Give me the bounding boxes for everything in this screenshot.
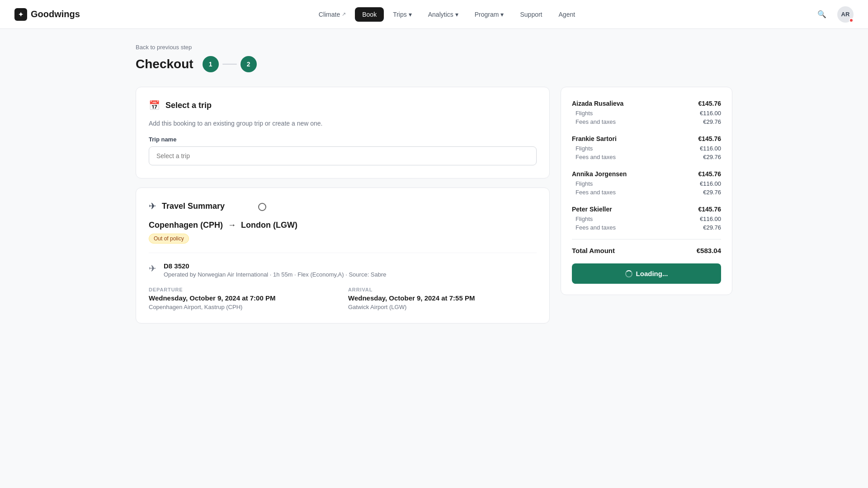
sidebar-card: Aizada Rusalieva €145.76 Flights €116.00… (561, 87, 732, 295)
checkout-button-label: Loading... (636, 270, 668, 277)
flight-meta: Operated by Norwegian Air International … (164, 271, 387, 278)
cost-label-taxes: Fees and taxes (576, 224, 616, 231)
passenger-group-1: Frankie Sartori €145.76 Flights €116.00 … (572, 133, 721, 161)
departure-label: DEPARTURE (149, 287, 337, 292)
travel-summary-section: ✈ Travel Summary Copenhagen (CPH) → Lond… (136, 188, 550, 324)
passenger-row: Annika Jorgensen €145.76 (572, 169, 721, 179)
search-button[interactable]: 🔍 (814, 6, 830, 23)
departure-airport: Copenhagen Airport, Kastrup (CPH) (149, 304, 337, 310)
arrival-time: Wednesday, October 9, 2024 at 7:55 PM (348, 294, 537, 302)
passenger-row: Aizada Rusalieva €145.76 (572, 98, 721, 109)
out-of-policy-badge: Out of policy (149, 234, 189, 244)
route-title: Copenhagen (CPH) → London (LGW) (149, 221, 537, 230)
passengers-list: Aizada Rusalieva €145.76 Flights €116.00… (572, 98, 721, 232)
cost-row-taxes: Fees and taxes €29.76 (572, 223, 721, 232)
cost-label-taxes: Fees and taxes (576, 154, 616, 160)
nav-analytics[interactable]: Analytics ▾ (421, 7, 466, 22)
cost-label-flights: Flights (576, 110, 593, 117)
passenger-row: Frankie Sartori €145.76 (572, 133, 721, 144)
passenger-row: Peter Skieller €145.76 (572, 204, 721, 215)
back-link[interactable]: Back to previous step (136, 44, 192, 51)
passenger-total: €145.76 (698, 206, 721, 213)
select-trip-header: 📅 Select a trip (149, 100, 537, 111)
total-label: Total Amount (572, 247, 615, 254)
cost-value-flights: €116.00 (700, 180, 721, 187)
step-connector (222, 64, 237, 65)
chevron-down-icon: ▾ (455, 11, 458, 18)
departure-info: DEPARTURE Wednesday, October 9, 2024 at … (149, 287, 337, 310)
search-icon: 🔍 (817, 10, 826, 19)
cost-label-flights: Flights (576, 145, 593, 152)
arrow-icon: → (228, 221, 236, 230)
navbar-right: 🔍 AR (814, 6, 854, 23)
nav-program[interactable]: Program ▾ (467, 7, 511, 22)
passenger-group-2: Annika Jorgensen €145.76 Flights €116.00… (572, 169, 721, 197)
page-title: Checkout (136, 57, 193, 71)
departure-arrival-grid: DEPARTURE Wednesday, October 9, 2024 at … (149, 287, 537, 310)
calendar-icon: 📅 (149, 100, 160, 111)
step-1: 1 (203, 56, 219, 72)
chevron-down-icon: ▾ (500, 11, 504, 18)
cost-label-taxes: Fees and taxes (576, 189, 616, 196)
passenger-group-3: Peter Skieller €145.76 Flights €116.00 F… (572, 204, 721, 232)
passenger-group-0: Aizada Rusalieva €145.76 Flights €116.00… (572, 98, 721, 126)
logo[interactable]: ✦ Goodwings (14, 8, 80, 21)
cost-row-taxes: Fees and taxes €29.76 (572, 117, 721, 126)
nav-trips[interactable]: Trips ▾ (386, 7, 419, 22)
nav-agent[interactable]: Agent (552, 7, 583, 22)
cost-value-taxes: €29.76 (703, 154, 721, 160)
select-trip-description: Add this booking to an existing group tr… (149, 120, 537, 127)
cost-row-flights: Flights €116.00 (572, 215, 721, 223)
cost-label-flights: Flights (576, 180, 593, 187)
total-row: Total Amount €583.04 (572, 247, 721, 254)
content-grid: 📅 Select a trip Add this booking to an e… (136, 87, 732, 333)
cost-value-flights: €116.00 (700, 216, 721, 222)
loading-spinner (625, 270, 632, 277)
passenger-total: €145.76 (698, 170, 721, 178)
select-trip-section: 📅 Select a trip Add this booking to an e… (136, 87, 550, 178)
logo-icon: ✦ (14, 8, 27, 21)
cost-row-flights: Flights €116.00 (572, 144, 721, 153)
passenger-name: Annika Jorgensen (572, 170, 627, 178)
cost-value-flights: €116.00 (700, 145, 721, 152)
arrival-label: ARRIVAL (348, 287, 537, 292)
departure-time: Wednesday, October 9, 2024 at 7:00 PM (149, 294, 337, 302)
flight-number: D8 3520 (164, 262, 387, 270)
main-nav: Climate ↗ Book Trips ▾ Analytics ▾ Progr… (94, 7, 799, 22)
cost-row-flights: Flights €116.00 (572, 109, 721, 117)
plane-icon: ✈ (149, 201, 156, 211)
travel-summary-title: Travel Summary (162, 202, 225, 211)
external-link-icon: ↗ (342, 11, 346, 17)
avatar[interactable]: AR (837, 6, 854, 23)
nav-support[interactable]: Support (513, 7, 549, 22)
navbar: ✦ Goodwings Climate ↗ Book Trips ▾ Analy… (0, 0, 868, 29)
trip-name-label: Trip name (149, 136, 537, 143)
travel-summary-header: ✈ Travel Summary (149, 201, 537, 211)
cost-value-taxes: €29.76 (703, 118, 721, 125)
cost-label-flights: Flights (576, 216, 593, 222)
arrival-info: ARRIVAL Wednesday, October 9, 2024 at 7:… (348, 287, 537, 310)
passenger-name: Aizada Rusalieva (572, 100, 623, 107)
passenger-total: €145.76 (698, 100, 721, 107)
cost-value-taxes: €29.76 (703, 224, 721, 231)
left-column: 📅 Select a trip Add this booking to an e… (136, 87, 550, 333)
flight-details: D8 3520 Operated by Norwegian Air Intern… (164, 262, 387, 278)
cost-row-taxes: Fees and taxes €29.76 (572, 153, 721, 161)
flight-line-icon: ✈ (149, 263, 156, 274)
checkout-button[interactable]: Loading... (572, 263, 721, 284)
nav-book[interactable]: Book (355, 7, 384, 22)
logo-text: Goodwings (31, 9, 80, 19)
trip-name-input[interactable] (149, 146, 537, 165)
total-value: €583.04 (697, 247, 721, 254)
step-2: 2 (241, 56, 257, 72)
nav-climate[interactable]: Climate ↗ (311, 7, 353, 22)
passenger-name: Peter Skieller (572, 206, 612, 213)
cost-value-taxes: €29.76 (703, 189, 721, 196)
steps-indicator: 1 2 (203, 56, 257, 72)
cost-label-taxes: Fees and taxes (576, 118, 616, 125)
page-header: Checkout 1 2 (136, 56, 732, 72)
main-content: Back to previous step Checkout 1 2 📅 Sel… (118, 29, 750, 347)
cost-value-flights: €116.00 (700, 110, 721, 117)
cost-row-flights: Flights €116.00 (572, 179, 721, 188)
passenger-name: Frankie Sartori (572, 135, 617, 142)
